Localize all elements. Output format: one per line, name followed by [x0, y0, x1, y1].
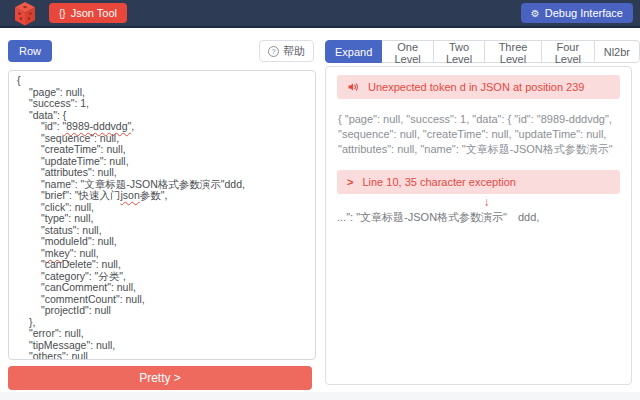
- pretty-button[interactable]: Pretty >: [8, 366, 312, 390]
- error-position-arrow: ↓: [345, 196, 628, 209]
- error-context-text: ...": "文章标题-JSON格式参数演示" ddd,: [337, 210, 620, 225]
- chevron-right-icon: >: [347, 176, 353, 188]
- exception-alert-text: Line 10, 35 character exception: [362, 176, 516, 188]
- level-button-three-level[interactable]: Three Level: [484, 40, 542, 63]
- header: {} Json Tool ⚙ Debug Interface: [0, 0, 640, 28]
- error-alert-text: Unexpected token d in JSON at position 2…: [368, 81, 584, 93]
- json-tool-button[interactable]: {} Json Tool: [49, 3, 127, 23]
- json-tool-app: {} Json Tool ⚙ Debug Interface Row ? 帮助 …: [0, 0, 640, 400]
- json-editor[interactable]: {"page": null,"success": 1,"data": {"id"…: [8, 70, 316, 360]
- help-button[interactable]: ? 帮助: [259, 40, 314, 62]
- editor-line: "others": null: [17, 351, 307, 360]
- json-tool-button-label: Json Tool: [71, 7, 117, 19]
- row-mode-button[interactable]: Row: [8, 40, 52, 62]
- exception-alert: > Line 10, 35 character exception: [337, 170, 620, 194]
- help-button-label: 帮助: [283, 44, 305, 59]
- level-button-nl2br[interactable]: Nl2br: [594, 40, 640, 63]
- error-alert: Unexpected token d in JSON at position 2…: [337, 75, 620, 99]
- result-panel: Unexpected token d in JSON at position 2…: [325, 66, 632, 385]
- dice-logo-icon: [13, 1, 37, 26]
- braces-icon: {}: [59, 8, 66, 19]
- debug-interface-button[interactable]: ⚙ Debug Interface: [521, 3, 633, 23]
- level-button-four-level[interactable]: Four Level: [541, 40, 595, 63]
- level-button-one-level[interactable]: One Level: [381, 40, 434, 63]
- level-button-group: ExpandOne LevelTwo LevelThree LevelFour …: [325, 40, 640, 63]
- editor-line: "projectId": null: [17, 305, 307, 317]
- speaker-icon: [347, 81, 359, 93]
- level-button-two-level[interactable]: Two Level: [433, 40, 485, 63]
- gear-icon: ⚙: [531, 8, 540, 19]
- debug-interface-button-label: Debug Interface: [545, 7, 623, 19]
- question-icon: ?: [268, 46, 279, 57]
- level-button-expand[interactable]: Expand: [325, 40, 382, 63]
- page-bottom-strip: [0, 392, 640, 400]
- parsed-json-preview: { "page": null, "success": 1, "data": { …: [338, 112, 619, 157]
